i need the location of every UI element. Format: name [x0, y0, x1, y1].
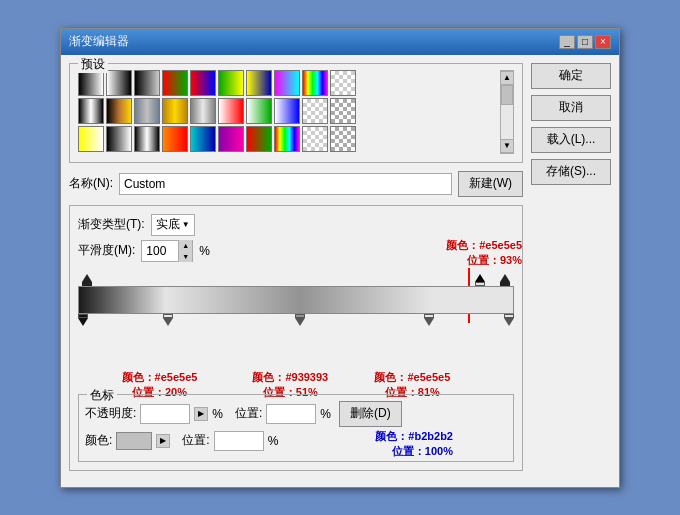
opacity-stop-selected[interactable]	[475, 274, 485, 286]
opacity-position-unit: %	[320, 407, 331, 421]
color-stop-81[interactable]	[424, 314, 434, 326]
preset-cell[interactable]	[190, 70, 216, 96]
bottom-annotation: 颜色：#b2b2b2 位置：100%	[375, 429, 453, 459]
name-row: 名称(N): 新建(W)	[69, 171, 523, 197]
preset-cell[interactable]	[274, 98, 300, 124]
opacity-input[interactable]	[140, 404, 190, 424]
smooth-spinner[interactable]: ▲ ▼	[178, 240, 192, 262]
minimize-button[interactable]: _	[559, 35, 575, 49]
cancel-button[interactable]: 取消	[531, 95, 611, 121]
top-annotation: 颜色：#e5e5e5 位置：93%	[446, 238, 522, 268]
color-stop-black[interactable]	[78, 314, 88, 326]
preset-cell[interactable]	[106, 70, 132, 96]
preset-cell[interactable]	[246, 70, 272, 96]
left-panel: 预设	[69, 63, 523, 479]
color-position-input[interactable]	[214, 431, 264, 451]
preset-cell[interactable]	[134, 70, 160, 96]
presets-label: 预设	[78, 56, 108, 73]
smooth-label: 平滑度(M):	[78, 242, 135, 259]
preset-cell[interactable]	[274, 126, 300, 152]
preset-cell[interactable]	[162, 70, 188, 96]
preset-scroll: ▲ ▼	[78, 70, 514, 154]
window-title: 渐变编辑器	[69, 33, 129, 50]
opacity-stops-row	[82, 270, 510, 286]
bottom-pos-label: 位置：100%	[375, 444, 453, 459]
delete-button[interactable]: 删除(D)	[339, 401, 402, 427]
preset-area	[78, 70, 496, 154]
type-select[interactable]: 实底 ▼	[151, 214, 195, 236]
preset-cell[interactable]	[330, 98, 356, 124]
color-stop-51[interactable]	[295, 314, 305, 326]
preset-cell[interactable]	[330, 126, 356, 152]
opacity-arrow-button[interactable]: ▶	[194, 407, 208, 421]
color-stop-white[interactable]	[504, 314, 514, 326]
color-position-unit: %	[268, 434, 279, 448]
save-button[interactable]: 存储(S)...	[531, 159, 611, 185]
preset-cell[interactable]	[134, 98, 160, 124]
preset-cell[interactable]	[134, 126, 160, 152]
new-button[interactable]: 新建(W)	[458, 171, 523, 197]
content-area: 预设	[61, 55, 619, 487]
spin-up-button[interactable]: ▲	[179, 240, 192, 251]
preset-cell[interactable]	[162, 126, 188, 152]
name-input[interactable]	[119, 173, 452, 195]
position-label-opacity: 位置:	[235, 405, 262, 422]
ok-button[interactable]: 确定	[531, 63, 611, 89]
preset-cell[interactable]	[302, 98, 328, 124]
opacity-row: 不透明度: ▶ % 位置: % 删除(D)	[85, 401, 507, 427]
preset-cell[interactable]	[302, 70, 328, 96]
spin-down-button[interactable]: ▼	[179, 251, 192, 262]
opacity-unit: %	[212, 407, 223, 421]
scroll-thumb[interactable]	[501, 85, 513, 105]
color-arrow-button[interactable]: ▶	[156, 434, 170, 448]
gradient-editor-window: 渐变编辑器 _ □ × 预设	[60, 28, 620, 488]
scroll-up-button[interactable]: ▲	[500, 71, 514, 85]
opacity-label: 不透明度:	[85, 405, 136, 422]
preset-cell[interactable]	[302, 126, 328, 152]
preset-row-2	[78, 98, 496, 124]
type-value: 实底	[156, 216, 180, 233]
preset-cell[interactable]	[190, 126, 216, 152]
preset-cell[interactable]	[78, 70, 104, 96]
gradient-section: 颜色：#e5e5e5 位置：93% 颜色：#e5e5e5 位置：20% 颜色：#…	[78, 270, 514, 334]
scroll-down-button[interactable]: ▼	[500, 139, 514, 153]
smooth-input-box: ▲ ▼	[141, 240, 193, 262]
maximize-button[interactable]: □	[577, 35, 593, 49]
preset-row-3	[78, 126, 496, 152]
name-label: 名称(N):	[69, 175, 113, 192]
color-stops-label: 色标	[87, 387, 117, 404]
preset-cell[interactable]	[246, 98, 272, 124]
presets-scrollbar[interactable]: ▲ ▼	[500, 70, 514, 154]
color-stop-20[interactable]	[163, 314, 173, 326]
gradient-preview	[79, 287, 513, 313]
preset-cell[interactable]	[274, 70, 300, 96]
preset-cell[interactable]	[162, 98, 188, 124]
load-button[interactable]: 载入(L)...	[531, 127, 611, 153]
preset-cell[interactable]	[78, 126, 104, 152]
preset-cell[interactable]	[218, 70, 244, 96]
preset-cell[interactable]	[330, 70, 356, 96]
top-pos-label: 位置：93%	[446, 253, 522, 268]
preset-cell[interactable]	[218, 126, 244, 152]
preset-cell[interactable]	[246, 126, 272, 152]
scroll-track[interactable]	[501, 85, 513, 139]
preset-cell[interactable]	[190, 98, 216, 124]
top-color-label: 颜色：#e5e5e5	[446, 238, 522, 253]
smooth-input[interactable]	[142, 242, 178, 260]
color-swatch[interactable]	[116, 432, 152, 450]
color-position-label: 位置:	[182, 432, 209, 449]
preset-cell[interactable]	[78, 98, 104, 124]
color-label: 颜色:	[85, 432, 112, 449]
select-arrow-icon: ▼	[182, 220, 190, 229]
close-button[interactable]: ×	[595, 35, 611, 49]
preset-cell[interactable]	[106, 98, 132, 124]
preset-cell[interactable]	[218, 98, 244, 124]
color-stops-row	[82, 314, 510, 334]
opacity-stop-right[interactable]	[500, 274, 510, 286]
bottom-color-label: 颜色：#b2b2b2	[375, 429, 453, 444]
gradient-bar[interactable]	[78, 286, 514, 314]
opacity-stop-left[interactable]	[82, 274, 92, 286]
type-label: 渐变类型(T):	[78, 216, 145, 233]
preset-cell[interactable]	[106, 126, 132, 152]
opacity-position-input[interactable]	[266, 404, 316, 424]
